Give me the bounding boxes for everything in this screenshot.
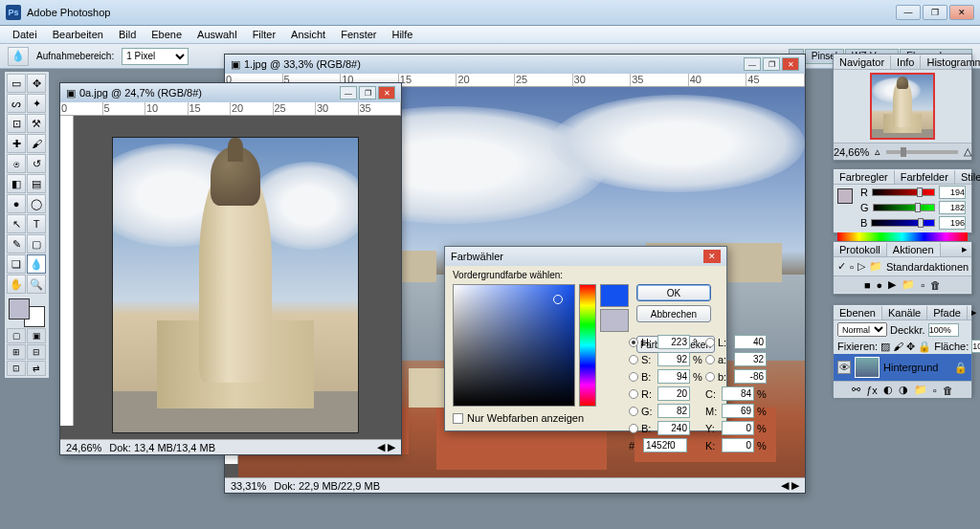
layer-thumbnail[interactable]	[855, 357, 880, 378]
eyedropper-icon[interactable]: 💧	[8, 47, 29, 66]
panel-menu-icon[interactable]: ▸	[958, 243, 971, 255]
panel-menu-icon[interactable]: ▸	[968, 306, 980, 319]
navigator-thumbnail[interactable]	[870, 73, 935, 140]
screen-mode-3[interactable]: ⊡	[7, 361, 26, 376]
saturation-field[interactable]	[453, 284, 575, 407]
g-value[interactable]	[939, 201, 966, 214]
blur-tool[interactable]: ●	[7, 194, 26, 213]
c-input[interactable]	[722, 386, 754, 401]
type-tool[interactable]: T	[27, 214, 46, 233]
crop-tool[interactable]: ⊡	[7, 114, 26, 133]
r-radio[interactable]	[629, 389, 638, 399]
s-radio[interactable]	[629, 355, 638, 364]
action-set[interactable]: Standardaktionen	[886, 261, 969, 273]
history-brush-tool[interactable]: ↺	[27, 154, 46, 173]
doc-maximize[interactable]: ❐	[763, 57, 780, 71]
hand-tool[interactable]: ✋	[7, 275, 26, 294]
record-icon[interactable]: ●	[877, 279, 883, 291]
pen-tool[interactable]: ✎	[7, 234, 26, 253]
doc-close[interactable]: ✕	[782, 57, 799, 71]
blend-mode-select[interactable]: Normal	[837, 322, 887, 337]
panel-tab[interactable]: Farbregler	[834, 170, 895, 184]
b-value[interactable]	[939, 216, 966, 230]
doc-close[interactable]: ✕	[378, 86, 395, 99]
bl-input[interactable]	[734, 369, 767, 384]
doc-maximize[interactable]: ❐	[359, 86, 376, 99]
heal-tool[interactable]: ✚	[7, 134, 26, 153]
color-swatch[interactable]	[7, 298, 47, 327]
bl-radio[interactable]	[705, 372, 715, 382]
wand-tool[interactable]: ✦	[27, 94, 46, 113]
minimize-button[interactable]: —	[896, 5, 921, 20]
y-input[interactable]	[722, 421, 754, 435]
menu-item[interactable]: Filter	[246, 27, 282, 42]
zoom-in-icon[interactable]: △	[964, 145, 971, 158]
l-radio[interactable]	[705, 338, 715, 347]
k-input[interactable]	[722, 438, 754, 452]
l-input[interactable]	[734, 335, 767, 349]
panel-tab[interactable]: Farbfelder	[895, 170, 955, 184]
panel-tab[interactable]: Aktionen	[887, 243, 941, 256]
play-icon[interactable]: ▶	[888, 278, 896, 291]
doc-minimize[interactable]: —	[744, 57, 761, 71]
panel-tab[interactable]: Histogramm	[921, 55, 980, 69]
dialog-close[interactable]: ✕	[703, 250, 721, 263]
web-only-checkbox[interactable]	[453, 413, 463, 424]
delete-icon[interactable]: 🗑	[943, 385, 953, 396]
panel-tab[interactable]: Navigator	[834, 55, 891, 69]
quickmask-mode[interactable]: ▣	[27, 328, 46, 343]
zoom-tool[interactable]: 🔍	[27, 275, 46, 294]
dialog-icon[interactable]: ▫	[850, 261, 854, 273]
layer-name[interactable]: Hintergrund	[883, 362, 938, 373]
lock-position-icon[interactable]: ✥	[906, 341, 915, 353]
eraser-tool[interactable]: ◧	[7, 174, 26, 193]
trash-icon[interactable]: 🗑	[930, 279, 941, 291]
a-input[interactable]	[734, 352, 767, 366]
doc-minimize[interactable]: —	[340, 86, 357, 99]
shape-tool[interactable]: ▢	[27, 234, 46, 253]
b-radio[interactable]	[629, 372, 638, 382]
brush-tool[interactable]: 🖌	[27, 134, 46, 153]
lock-transparency-icon[interactable]: ▨	[880, 341, 890, 353]
nav-zoom[interactable]: 24,66%	[834, 146, 869, 158]
foreground-color[interactable]	[9, 298, 30, 320]
menu-item[interactable]: Bild	[112, 27, 143, 42]
screen-mode-1[interactable]: ⊞	[7, 344, 26, 360]
color-chip[interactable]	[837, 188, 853, 204]
zoom-value[interactable]: 33,31%	[231, 480, 266, 492]
panel-tab[interactable]: Protokoll	[834, 243, 887, 256]
lock-all-icon[interactable]: 🔒	[918, 341, 931, 353]
link-icon[interactable]: ⚯	[852, 384, 860, 396]
move-tool[interactable]: ✥	[27, 74, 46, 93]
menu-item[interactable]: Ebene	[145, 27, 189, 42]
dodge-tool[interactable]: ◯	[27, 194, 46, 213]
hex-input[interactable]	[643, 438, 687, 452]
lasso-tool[interactable]: ᔕ	[7, 94, 26, 113]
bv-input[interactable]	[657, 369, 690, 384]
menu-item[interactable]: Hilfe	[385, 27, 419, 42]
fill-input[interactable]	[971, 340, 980, 353]
adjust-icon[interactable]: ◑	[899, 384, 908, 396]
close-button[interactable]: ✕	[949, 5, 974, 20]
bridge-button[interactable]: ⇄	[27, 361, 46, 376]
mask-icon[interactable]: ◐	[883, 384, 893, 396]
eyedropper-tool[interactable]: 💧	[27, 254, 46, 274]
bc-input[interactable]	[657, 421, 690, 435]
path-tool[interactable]: ↖	[7, 214, 26, 233]
g-radio[interactable]	[629, 407, 638, 416]
bc-radio[interactable]	[629, 424, 638, 433]
menu-item[interactable]: Datei	[6, 27, 44, 42]
standard-mode[interactable]: ▢	[7, 328, 26, 343]
canvas-1[interactable]	[112, 137, 359, 433]
opacity-input[interactable]	[928, 323, 959, 337]
sample-size-select[interactable]: 1 Pixel	[122, 48, 189, 65]
slice-tool[interactable]: ⚒	[27, 114, 46, 133]
expand-icon[interactable]: ▷	[858, 260, 865, 273]
panel-tab[interactable]: Pfade	[927, 306, 968, 320]
visibility-icon[interactable]: 👁	[837, 361, 851, 374]
panel-tab[interactable]: Kanäle	[882, 306, 927, 320]
zoom-out-icon[interactable]: ▵	[875, 145, 880, 158]
a-radio[interactable]	[705, 355, 715, 364]
menu-item[interactable]: Auswahl	[190, 27, 244, 42]
new-action-icon[interactable]: ▫	[921, 279, 924, 291]
